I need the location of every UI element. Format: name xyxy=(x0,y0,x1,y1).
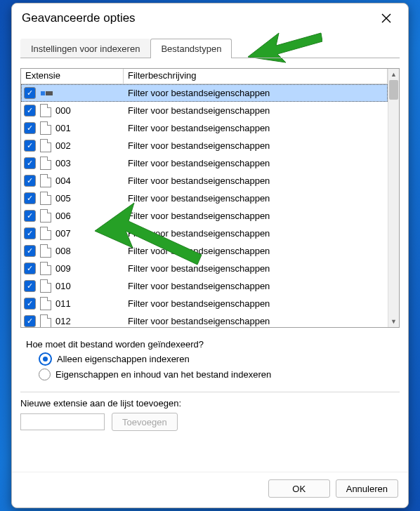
tab-index-settings[interactable]: Instellingen voor indexeren xyxy=(20,39,150,58)
row-checkbox[interactable]: ✓ xyxy=(24,227,36,239)
description-cell: Filter voor bestandseigenschappen xyxy=(126,281,388,291)
column-header-extension[interactable]: Extensie xyxy=(21,69,124,84)
extension-list: Extensie Filterbeschrijving ✓Filter voor… xyxy=(20,68,400,328)
extension-label: 002 xyxy=(55,140,71,151)
extension-label: 004 xyxy=(55,175,71,186)
add-extension-row: Toevoegen xyxy=(20,413,400,431)
row-checkbox[interactable]: ✓ xyxy=(24,210,36,222)
table-row[interactable]: ✓Filter voor bestandseigenschappen xyxy=(21,84,388,102)
extension-label: 000 xyxy=(55,105,71,116)
add-extension-label: Nieuwe extensie aan de lijst toevoegen: xyxy=(20,398,400,409)
dialog-advanced-options: Geavanceerde opties Instellingen voor in… xyxy=(11,3,409,508)
description-cell: Filter voor bestandseigenschappen xyxy=(126,123,388,133)
extension-cell: ✓012 xyxy=(24,314,126,327)
description-cell: Filter voor bestandseigenschappen xyxy=(126,140,388,151)
radio-label: Eigenschappen en inhoud van het bestand … xyxy=(55,369,271,380)
tab-file-types[interactable]: Bestandstypen xyxy=(150,39,232,58)
row-checkbox[interactable]: ✓ xyxy=(24,315,36,327)
table-row[interactable]: ✓006Filter voor bestandseigenschappen xyxy=(21,207,388,225)
close-icon xyxy=(381,13,391,23)
file-icon xyxy=(40,157,51,170)
row-checkbox[interactable]: ✓ xyxy=(24,280,36,292)
cancel-button[interactable]: Annuleren xyxy=(336,479,398,498)
file-icon xyxy=(40,121,51,135)
ok-button[interactable]: OK xyxy=(268,479,330,498)
separator xyxy=(20,392,400,392)
table-row[interactable]: ✓012Filter voor bestandseigenschappen xyxy=(21,312,388,327)
tab-panel-filetypes: Extensie Filterbeschrijving ✓Filter voor… xyxy=(20,58,400,463)
extension-label: 007 xyxy=(55,228,71,239)
radio-properties-and-contents[interactable]: Eigenschappen en inhoud van het bestand … xyxy=(39,369,398,380)
description-cell: Filter voor bestandseigenschappen xyxy=(126,263,388,274)
table-row[interactable]: ✓001Filter voor bestandseigenschappen xyxy=(21,119,388,137)
table-row[interactable]: ✓002Filter voor bestandseigenschappen xyxy=(21,137,388,154)
list-header: Extensie Filterbeschrijving xyxy=(21,69,388,84)
row-checkbox[interactable]: ✓ xyxy=(24,105,36,117)
extension-cell: ✓002 xyxy=(24,139,126,152)
extension-label: 008 xyxy=(55,246,71,256)
scrollbar[interactable]: ▲ ▼ xyxy=(388,69,399,327)
file-icon xyxy=(40,279,51,293)
extension-label: 005 xyxy=(55,193,71,204)
add-extension-button[interactable]: Toevoegen xyxy=(112,413,178,431)
extension-cell: ✓005 xyxy=(24,192,126,205)
scroll-thumb[interactable] xyxy=(389,80,398,100)
row-checkbox[interactable]: ✓ xyxy=(24,245,36,257)
extension-cell: ✓006 xyxy=(24,209,126,223)
table-row[interactable]: ✓009Filter voor bestandseigenschappen xyxy=(21,260,388,277)
table-row[interactable]: ✓005Filter voor bestandseigenschappen xyxy=(21,190,388,207)
radio-icon xyxy=(39,352,52,366)
extension-label: 010 xyxy=(55,281,71,291)
description-cell: Filter voor bestandseigenschappen xyxy=(126,211,388,221)
list-rows: ✓Filter voor bestandseigenschappen✓000Fi… xyxy=(21,84,388,327)
row-checkbox[interactable]: ✓ xyxy=(24,175,36,187)
file-icon xyxy=(40,262,51,275)
file-icon xyxy=(40,297,51,310)
button-label: Toevoegen xyxy=(122,417,167,427)
description-cell: Filter voor bestandseigenschappen xyxy=(126,175,388,186)
description-cell: Filter voor bestandseigenschappen xyxy=(126,228,388,239)
close-button[interactable] xyxy=(374,9,398,27)
dialog-footer: OK Annuleren xyxy=(12,472,408,507)
table-row[interactable]: ✓004Filter voor bestandseigenschappen xyxy=(21,172,388,190)
system-file-icon xyxy=(40,88,53,98)
table-row[interactable]: ✓003Filter voor bestandseigenschappen xyxy=(21,154,388,172)
scroll-up-button[interactable]: ▲ xyxy=(388,69,399,80)
row-checkbox[interactable]: ✓ xyxy=(24,192,36,204)
file-icon xyxy=(40,209,51,223)
extension-cell: ✓004 xyxy=(24,174,126,187)
titlebar: Geavanceerde opties xyxy=(12,4,408,32)
table-row[interactable]: ✓007Filter voor bestandseigenschappen xyxy=(21,225,388,242)
scroll-down-button[interactable]: ▼ xyxy=(388,316,399,327)
extension-label: 009 xyxy=(55,263,71,274)
row-checkbox[interactable]: ✓ xyxy=(24,122,36,134)
row-checkbox[interactable]: ✓ xyxy=(24,157,36,169)
extension-cell: ✓010 xyxy=(24,279,126,293)
extension-cell: ✓003 xyxy=(24,157,126,170)
indexing-options: Hoe moet dit bestand worden geïndexeerd?… xyxy=(20,335,400,385)
indexing-question: Hoe moet dit bestand worden geïndexeerd? xyxy=(26,339,398,350)
row-checkbox[interactable]: ✓ xyxy=(24,87,36,99)
column-header-description[interactable]: Filterbeschrijving xyxy=(124,69,388,84)
new-extension-input[interactable] xyxy=(20,413,105,430)
row-checkbox[interactable]: ✓ xyxy=(24,298,36,310)
extension-cell: ✓000 xyxy=(24,104,126,117)
window-title: Geavanceerde opties xyxy=(22,11,136,25)
file-icon xyxy=(40,227,51,240)
table-row[interactable]: ✓010Filter voor bestandseigenschappen xyxy=(21,277,388,295)
row-checkbox[interactable]: ✓ xyxy=(24,140,36,152)
scroll-track[interactable] xyxy=(388,80,399,316)
table-row[interactable]: ✓011Filter voor bestandseigenschappen xyxy=(21,295,388,312)
table-row[interactable]: ✓000Filter voor bestandseigenschappen xyxy=(21,102,388,119)
row-checkbox[interactable]: ✓ xyxy=(24,263,36,274)
radio-properties-only[interactable]: Alleen eigenschappen indexeren xyxy=(39,352,398,366)
extension-cell: ✓001 xyxy=(24,121,126,135)
file-icon xyxy=(40,174,51,187)
extension-label: 011 xyxy=(55,298,71,309)
table-row[interactable]: ✓008Filter voor bestandseigenschappen xyxy=(21,242,388,260)
file-icon xyxy=(40,244,51,258)
description-cell: Filter voor bestandseigenschappen xyxy=(126,88,388,98)
extension-cell: ✓008 xyxy=(24,244,126,258)
extension-cell: ✓009 xyxy=(24,262,126,275)
description-cell: Filter voor bestandseigenschappen xyxy=(126,316,388,326)
